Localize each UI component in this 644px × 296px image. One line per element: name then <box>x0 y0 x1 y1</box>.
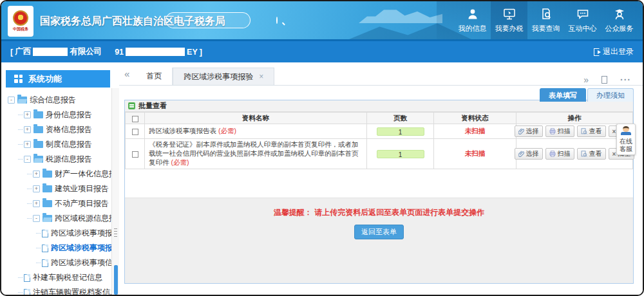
document-icon <box>24 274 30 282</box>
taxpayer-id-prefix: 91 <box>115 48 124 57</box>
select-file-button[interactable]: 选择 <box>515 125 543 137</box>
scan-button[interactable]: 扫描 <box>545 125 574 137</box>
tree-item-cross-region-tax-source[interactable]: -跨区域税源信息报告 <box>1 211 119 226</box>
document-icon <box>42 259 48 267</box>
bracket-close: ] <box>200 48 202 57</box>
reminder-text: 温馨提醒： 请上传完资料后返回至表单页面进行表单提交操作 <box>125 207 633 218</box>
pages-input[interactable]: 1 <box>377 127 424 136</box>
paperclip-icon <box>518 151 524 157</box>
expand-node-icon[interactable]: + <box>33 200 40 207</box>
doc-search-icon <box>539 7 553 21</box>
expand-node-icon[interactable]: + <box>33 171 40 178</box>
status-badge: 未扫描 <box>465 149 486 157</box>
national-emblem-icon <box>13 10 28 26</box>
tree-item-cross-region-feedback[interactable]: 跨区域涉税事项信息反馈事项 <box>1 255 119 270</box>
tree-item-construction-project[interactable]: +建筑业项目报告 <box>1 181 119 196</box>
more-options-icon[interactable]: ··· <box>620 75 631 85</box>
logout-button[interactable]: 退出登录 <box>594 46 634 57</box>
batch-view-button[interactable]: 批量查看 <box>138 101 167 111</box>
close-tab-icon[interactable]: × <box>259 72 263 81</box>
expand-node-icon[interactable]: + <box>24 141 31 148</box>
search-input[interactable] <box>166 16 276 25</box>
graduate-person-icon <box>612 7 627 21</box>
maximize-icon[interactable] <box>601 76 607 84</box>
row-checkbox[interactable] <box>132 151 138 158</box>
required-badge: (必需) <box>218 127 236 134</box>
logout-label: 退出登录 <box>603 46 634 57</box>
company-name-suffix: 有限公司 <box>70 46 102 57</box>
material-name: 跨区域涉税事项报告表 <box>149 127 216 134</box>
menu-grid-icon <box>14 75 23 83</box>
main-content: « 首页 跨区域涉税事项报验 × » ··· 表单填写 办理须知 批量查看 <box>119 62 643 295</box>
search-icon[interactable] <box>276 17 278 24</box>
tree-item-tax-source-info[interactable]: -税源信息报告 <box>1 152 119 167</box>
tree-item-real-estate-project[interactable]: +不动产项目报告 <box>1 196 119 211</box>
service-label-line1: 在线 <box>618 138 634 145</box>
scrollbar-thumb[interactable] <box>114 265 118 295</box>
sidebar-header: 系统功能 <box>6 70 110 88</box>
tree-item-cross-region-inspection[interactable]: 跨区域涉税事项报验 <box>1 241 119 255</box>
scanner-icon <box>549 128 556 134</box>
tab-handling-notice[interactable]: 办理须知 <box>587 88 634 102</box>
view-button[interactable]: 查看 <box>577 148 606 160</box>
search-box[interactable] <box>166 12 251 28</box>
scan-button[interactable]: 扫描 <box>545 148 574 160</box>
pages-input[interactable]: 1 <box>377 150 424 158</box>
select-file-button[interactable]: 选择 <box>515 148 543 160</box>
clear-x-icon: × <box>612 151 616 158</box>
folder-open-icon <box>17 97 27 104</box>
scanner-icon <box>549 151 556 157</box>
view-button[interactable]: 查看 <box>577 125 606 137</box>
col-header-status: 资料状态 <box>434 113 516 124</box>
collapse-node-icon[interactable]: - <box>24 156 31 163</box>
taxpayer-id-suffix: EY <box>187 48 198 57</box>
sidebar-scrollbar[interactable] <box>111 88 119 295</box>
collapse-sidebar-icon[interactable]: « <box>124 68 129 79</box>
expand-node-icon[interactable]: + <box>33 185 40 192</box>
panel-tab-row: 表单填写 办理须知 <box>119 86 643 100</box>
material-table: 资料名称 页数 资料状态 操作 跨区域涉税事项报告表 (必需) 1 未扫描 <box>125 112 633 169</box>
select-all-checkbox[interactable] <box>132 116 138 122</box>
online-service-widget[interactable]: 在线 客服 <box>616 124 636 155</box>
status-badge: 未扫描 <box>465 127 486 134</box>
expand-node-icon[interactable]: + <box>24 111 31 118</box>
app-header: 中国税务 国家税务总局广西壮族自治区电子税务局 我的信息 我要办税 <box>1 1 643 41</box>
notice-area: 温馨提醒： 请上传完资料后返回至表单页面进行表单提交操作 返回至表单 <box>125 198 633 283</box>
sidebar-title: 系统功能 <box>28 73 62 85</box>
tree-item-property-integration[interactable]: +财产一体化信息报告 <box>1 167 119 181</box>
row-checkbox[interactable] <box>132 129 138 135</box>
nav-do-tax[interactable]: 我要办税 <box>491 1 527 39</box>
nav-public-service[interactable]: 公众服务 <box>601 1 638 39</box>
app-window: 中国税务 国家税务总局广西壮族自治区电子税务局 我的信息 我要办税 <box>0 0 644 296</box>
return-to-form-button[interactable]: 返回至表单 <box>354 225 404 239</box>
document-icon <box>42 230 48 237</box>
tree-item-system-info[interactable]: +制度信息报告 <box>1 137 119 152</box>
nav-my-info[interactable]: 我的信息 <box>454 1 491 39</box>
nav-label: 互动中心 <box>569 24 597 33</box>
tree-item-comprehensive-info[interactable]: -综合信息报告 <box>1 93 119 107</box>
tree-item-identity-info[interactable]: +身份信息报告 <box>1 107 119 122</box>
sidebar: 系统功能 -综合信息报告 +身份信息报告 +资格信息报告 +制度信息报告 -税源… <box>1 62 119 295</box>
tree-item-cross-region-report[interactable]: 跨区域涉税事项报告 <box>1 226 119 241</box>
user-bar: [ 广西 有限公司 91 EY ] 退出登录 <box>1 41 643 62</box>
nav-query[interactable]: 我要查询 <box>527 1 564 39</box>
company-name-prefix: 广西 <box>15 46 31 57</box>
col-header-material-name: 资料名称 <box>145 113 367 124</box>
attachment-panel: 批量查看 资料名称 页数 资料状态 操作 跨区域涉税事项报告表 <box>124 100 634 284</box>
nav-label: 我的信息 <box>459 24 487 33</box>
tree-item-qualification-info[interactable]: +资格信息报告 <box>1 122 119 137</box>
nav-interaction[interactable]: 互动中心 <box>564 1 601 39</box>
tab-cross-region-inspection[interactable]: 跨区域涉税事项报验 × <box>173 68 274 85</box>
tab-home[interactable]: 首页 <box>136 68 173 85</box>
tab-form-fill[interactable]: 表单填写 <box>540 88 586 102</box>
tree-item-vehicle-tax-archive[interactable]: 注销车辆购置税档案信息 <box>1 285 119 295</box>
chat-bubble-icon <box>576 7 590 21</box>
expand-node-icon[interactable]: + <box>24 126 31 133</box>
document-icon <box>24 289 30 295</box>
collapse-node-icon[interactable]: - <box>33 215 40 222</box>
service-label-line2: 客服 <box>618 145 634 153</box>
expand-tabs-icon[interactable]: » <box>583 75 589 85</box>
splitter-grip[interactable] <box>114 228 117 237</box>
tree-item-vehicle-purchase-registration[interactable]: 补建车购税登记信息 <box>1 270 119 285</box>
collapse-node-icon[interactable]: - <box>8 97 15 104</box>
